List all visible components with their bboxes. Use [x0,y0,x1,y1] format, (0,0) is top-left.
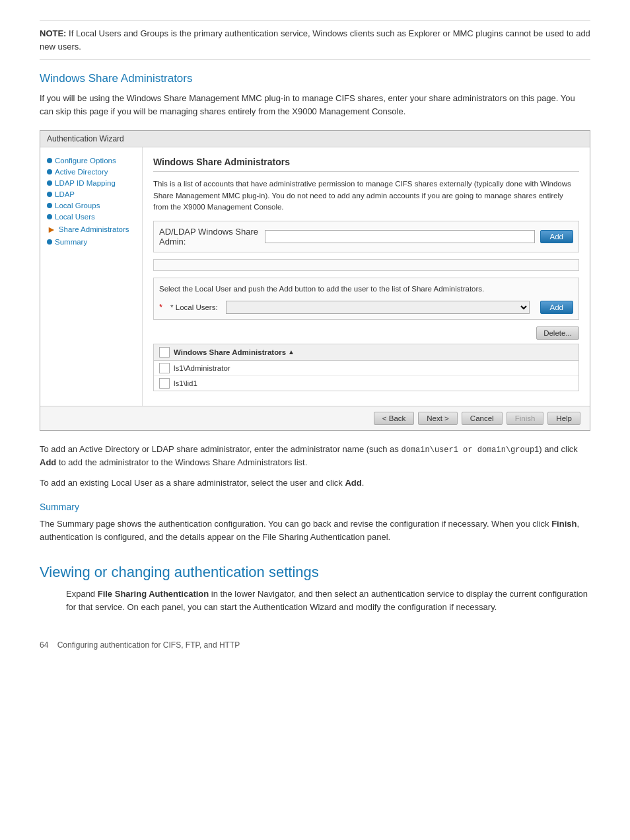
ad-add-button[interactable]: Add [540,230,573,243]
nav-dot-summary [47,239,52,245]
summary-paragraph: The Summary page shows the authenticatio… [40,517,590,544]
note-text: If Local Users and Groups is the primary… [40,28,590,52]
table-header-row: Windows Share Administrators ▲ [154,344,578,361]
wizard-title-bar: Authentication Wizard [40,131,590,147]
row2-checkbox[interactable] [159,378,170,389]
wizard-nav: Configure Options Active Directory LDAP … [40,147,143,406]
viewing-text1: Expand [66,589,98,599]
ad-ldap-input[interactable] [265,230,535,243]
nav-dot-local-groups [47,203,52,208]
nav-arrow-share-admins: ► [47,224,56,235]
share-admins-table: Windows Share Administrators ▲ ls1\Admin… [153,344,579,391]
back-button[interactable]: < Back [374,412,414,425]
nav-link-active-directory[interactable]: Active Directory [55,168,108,176]
row2-label: ls1\lid1 [174,379,197,387]
cancel-button[interactable]: Cancel [462,412,503,425]
code-example: domain\user1 or domain\group1 [401,445,539,455]
summary-heading: Summary [40,502,590,512]
body-paragraph-1: To add an Active Directory or LDAP share… [40,443,590,470]
page-number: 64 [40,640,48,650]
table-row: ls1\lid1 [154,376,578,391]
viewing-heading: Viewing or changing authentication setti… [40,564,590,581]
wizard-content-heading: Windows Share Administrators [153,157,579,172]
nav-link-local-groups[interactable]: Local Groups [55,202,100,210]
nav-item-local-groups[interactable]: Local Groups [47,202,135,210]
summary-text: The Summary page shows the authenticatio… [40,519,551,529]
finish-button[interactable]: Finish [507,412,544,425]
nav-dot-local-users [47,214,52,219]
body-text3: to add the administrator to the Windows … [56,457,307,467]
windows-share-admins-heading: Windows Share Administrators [40,72,590,85]
finish-bold: Finish [551,519,577,529]
note-label: NOTE: [40,28,66,38]
nav-item-ldap-id[interactable]: LDAP ID Mapping [47,179,135,187]
nav-dot-configure [47,158,52,163]
nav-link-local-users[interactable]: Local Users [55,213,95,221]
ad-ldap-label: AD/LDAP Windows Share Admin: [159,227,265,247]
add-bold2: Add [345,478,361,488]
delete-row: Delete... [153,326,579,340]
add-bold: Add [40,457,56,467]
authentication-wizard: Authentication Wizard Configure Options … [40,130,590,431]
wizard-footer: < Back Next > Cancel Finish Help [40,406,590,430]
local-user-section: Select the Local User and push the Add b… [153,259,579,271]
nav-dot-ldap-id [47,180,52,186]
nav-item-ldap[interactable]: LDAP [47,190,135,198]
row1-checkbox[interactable] [159,363,170,373]
nav-item-local-users[interactable]: Local Users [47,213,135,221]
local-user-desc2: Select the Local User and push the Add b… [159,284,573,295]
nav-item-active-directory[interactable]: Active Directory [47,168,135,176]
body-paragraph-2: To add an existing Local User as a share… [40,477,590,490]
sort-arrow-icon: ▲ [288,348,295,356]
viewing-bold1: File Sharing Authentication [98,589,209,599]
local-user-select[interactable] [226,301,530,314]
help-button[interactable]: Help [547,412,580,425]
nav-item-summary[interactable]: Summary [47,238,135,246]
table-header-label: Windows Share Administrators [174,348,286,356]
nav-dot-ldap [47,192,52,197]
nav-item-share-admins[interactable]: ► Share Administrators [47,224,135,235]
required-star: * [159,302,162,312]
windows-share-admins-intro: If you will be using the Windows Share M… [40,92,590,118]
nav-dot-active-directory [47,169,52,174]
body-text4: To add an existing Local User as a share… [40,478,345,488]
local-users-label: * Local Users: [170,303,218,311]
wizard-description: This is a list of accounts that have adm… [153,178,579,213]
wizard-body: Configure Options Active Directory LDAP … [40,147,590,406]
note-box: NOTE: If Local Users and Groups is the p… [40,20,590,60]
nav-link-summary[interactable]: Summary [55,238,87,246]
wizard-nav-list: Configure Options Active Directory LDAP … [47,157,135,246]
local-user-add-button[interactable]: Add [540,301,573,314]
page-footer: 64 Configuring authentication for CIFS, … [40,640,590,650]
delete-button[interactable]: Delete... [536,326,579,340]
nav-link-share-admins[interactable]: Share Administrators [59,225,129,233]
body-text1: To add an Active Directory or LDAP share… [40,444,401,454]
table-row: ls1\Administrator [154,361,578,376]
wizard-content: Windows Share Administrators This is a l… [143,147,590,406]
nav-link-ldap[interactable]: LDAP [55,190,75,198]
nav-item-configure[interactable]: Configure Options [47,157,135,165]
row1-label: ls1\Administrator [174,364,230,372]
nav-link-configure[interactable]: Configure Options [55,157,116,165]
ad-ldap-row: AD/LDAP Windows Share Admin: Add [153,221,579,252]
nav-link-ldap-id[interactable]: LDAP ID Mapping [55,179,116,187]
next-button[interactable]: Next > [418,412,458,425]
header-checkbox[interactable] [159,347,170,358]
viewing-paragraph: Expand File Sharing Authentication in th… [40,588,590,614]
page-text: Configuring authentication for CIFS, FTP… [57,640,240,650]
body-text2: ) and click [539,444,578,454]
body-text4-end: . [362,478,365,488]
